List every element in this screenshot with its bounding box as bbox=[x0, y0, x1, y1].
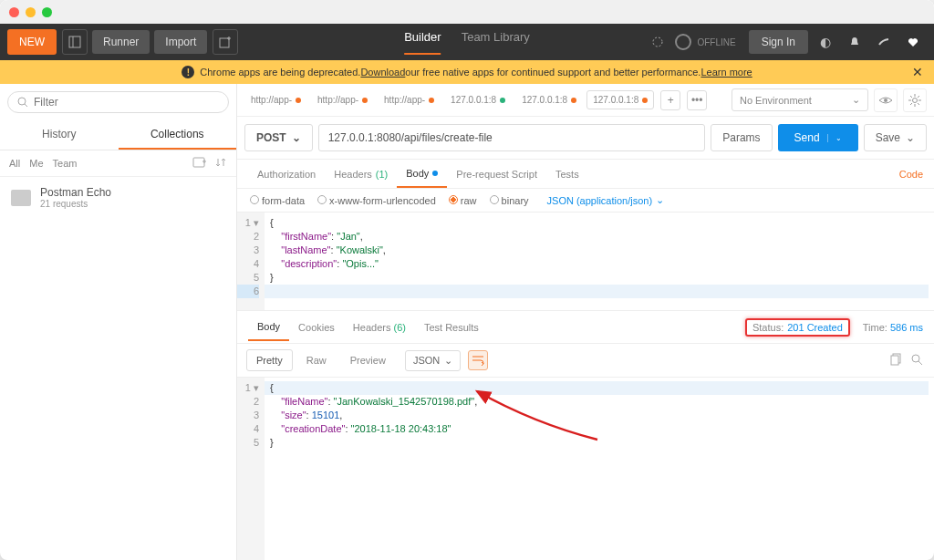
close-window-icon[interactable] bbox=[9, 7, 19, 17]
unsaved-dot-icon bbox=[296, 98, 301, 103]
request-tab-1[interactable]: http://app- bbox=[311, 90, 374, 109]
response-body-code: { "fileName": "JanKowalski_1542570198.pd… bbox=[265, 378, 934, 560]
sidebar: History Collections All Me Team bbox=[0, 84, 237, 560]
new-collection-icon[interactable] bbox=[192, 156, 207, 171]
learn-more-link[interactable]: Learn more bbox=[700, 67, 752, 78]
resp-tab-tests[interactable]: Test Results bbox=[415, 315, 488, 340]
params-button[interactable]: Params bbox=[711, 124, 772, 151]
quick-look-icon[interactable] bbox=[874, 88, 898, 112]
notifications-icon[interactable] bbox=[843, 30, 867, 54]
new-window-icon[interactable] bbox=[213, 29, 238, 55]
save-button[interactable]: Save ⌄ bbox=[864, 124, 927, 151]
sidebar-filter[interactable] bbox=[7, 91, 229, 113]
chevron-down-icon: ⌄ bbox=[906, 131, 915, 144]
request-tab-4[interactable]: 127.0.0.1:8 bbox=[515, 90, 583, 109]
settings-icon[interactable] bbox=[872, 30, 896, 54]
request-subtabs: Authorization Headers (1) Body Pre-reque… bbox=[237, 160, 934, 189]
tab-prerequest[interactable]: Pre-request Script bbox=[447, 161, 546, 187]
mac-titlebar bbox=[0, 0, 934, 24]
resp-tab-cookies[interactable]: Cookies bbox=[289, 315, 344, 340]
gear-icon[interactable] bbox=[903, 88, 927, 112]
method-label: POST bbox=[256, 131, 286, 144]
svg-point-24 bbox=[912, 355, 919, 362]
view-preview[interactable]: Preview bbox=[340, 349, 396, 371]
scope-me[interactable]: Me bbox=[29, 158, 43, 169]
sort-icon[interactable] bbox=[214, 156, 227, 171]
new-button[interactable]: NEW bbox=[7, 29, 57, 55]
request-tab-0[interactable]: http://app- bbox=[244, 90, 307, 109]
content-type-select[interactable]: JSON (application/json) ⌄ bbox=[547, 194, 665, 206]
response-format-select[interactable]: JSON ⌄ bbox=[405, 350, 461, 371]
request-tab-5[interactable]: 127.0.0.1:8 bbox=[586, 90, 654, 109]
scope-team[interactable]: Team bbox=[53, 158, 78, 169]
builder-tab[interactable]: Builder bbox=[404, 30, 441, 55]
download-link[interactable]: Download bbox=[360, 67, 405, 78]
svg-rect-0 bbox=[69, 36, 80, 47]
minimize-window-icon[interactable] bbox=[26, 7, 36, 17]
tab-options-button[interactable]: ••• bbox=[687, 90, 707, 110]
search-response-icon[interactable] bbox=[910, 353, 923, 368]
warning-icon: ! bbox=[182, 66, 194, 78]
resp-tab-body[interactable]: Body bbox=[248, 314, 289, 341]
team-library-tab[interactable]: Team Library bbox=[462, 30, 530, 55]
body-binary[interactable]: binary bbox=[490, 195, 529, 206]
svg-line-25 bbox=[918, 361, 922, 365]
time-label: Time: bbox=[863, 322, 887, 333]
layout-toggle-icon[interactable] bbox=[62, 29, 88, 55]
view-pretty[interactable]: Pretty bbox=[246, 349, 293, 371]
import-button[interactable]: Import bbox=[154, 30, 207, 54]
history-tab[interactable]: History bbox=[0, 120, 119, 150]
response-tabs: Body Cookies Headers (6) Test Results St… bbox=[237, 311, 934, 344]
runner-button[interactable]: Runner bbox=[92, 30, 150, 54]
tab-authorization[interactable]: Authorization bbox=[248, 161, 325, 187]
request-tab-2[interactable]: http://app- bbox=[378, 90, 441, 109]
chevron-down-icon: ⌄ bbox=[292, 131, 301, 144]
body-xwww[interactable]: x-www-form-urlencoded bbox=[317, 195, 436, 206]
svg-point-6 bbox=[18, 98, 26, 105]
copy-icon[interactable] bbox=[890, 353, 903, 368]
request-body-code[interactable]: { "firstName": "Jan", "lastName": "Kowal… bbox=[265, 213, 934, 310]
environment-select[interactable]: No Environment ⌄ bbox=[732, 88, 868, 111]
body-type-row: form-data x-www-form-urlencoded raw bina… bbox=[237, 189, 934, 213]
zoom-window-icon[interactable] bbox=[42, 7, 52, 17]
request-row: POST ⌄ Params Send ⌄ Save ⌄ bbox=[237, 117, 934, 160]
body-raw[interactable]: raw bbox=[449, 195, 477, 206]
view-raw[interactable]: Raw bbox=[296, 349, 337, 371]
tab-tests[interactable]: Tests bbox=[546, 161, 588, 187]
request-tab-3[interactable]: 127.0.0.1:8 bbox=[444, 90, 512, 109]
response-body-editor[interactable]: 1 ▾2345 { "fileName": "JanKowalski_15425… bbox=[237, 378, 934, 560]
top-toolbar: NEW Runner Import Builder Team Library O… bbox=[0, 24, 934, 60]
tab-headers[interactable]: Headers (1) bbox=[325, 161, 397, 187]
method-select[interactable]: POST ⌄ bbox=[244, 124, 313, 151]
status-value: 201 Created bbox=[787, 322, 843, 333]
new-tab-button[interactable]: + bbox=[660, 90, 680, 110]
unsaved-dot-icon bbox=[571, 98, 576, 103]
send-button[interactable]: Send ⌄ bbox=[778, 124, 858, 151]
collection-item[interactable]: Postman Echo 21 requests bbox=[0, 177, 236, 218]
heart-icon[interactable] bbox=[901, 30, 925, 54]
tab-body[interactable]: Body bbox=[397, 161, 447, 188]
environment-label: No Environment bbox=[740, 95, 812, 106]
svg-line-18 bbox=[918, 103, 919, 105]
svg-line-20 bbox=[910, 103, 912, 105]
resp-tab-headers[interactable]: Headers (6) bbox=[344, 315, 415, 340]
svg-rect-2 bbox=[220, 38, 229, 47]
banner-close-icon[interactable]: ✕ bbox=[912, 65, 923, 79]
chevron-down-icon[interactable]: ⌄ bbox=[827, 134, 842, 142]
collection-name: Postman Echo bbox=[40, 186, 111, 199]
globe-icon[interactable]: ◐ bbox=[814, 30, 837, 54]
scope-all[interactable]: All bbox=[9, 158, 20, 169]
svg-rect-8 bbox=[193, 158, 204, 167]
request-body-editor[interactable]: 1 ▾23456 { "firstName": "Jan", "lastName… bbox=[237, 213, 934, 311]
response-view-row: Pretty Raw Preview JSON ⌄ bbox=[237, 344, 934, 378]
filter-input[interactable] bbox=[34, 96, 219, 109]
collections-tab[interactable]: Collections bbox=[119, 120, 237, 150]
wrap-lines-icon[interactable] bbox=[468, 350, 488, 370]
url-input[interactable] bbox=[318, 124, 706, 151]
body-formdata[interactable]: form-data bbox=[250, 195, 305, 206]
collection-subtitle: 21 requests bbox=[40, 199, 111, 209]
svg-point-11 bbox=[884, 99, 887, 102]
sync-icon[interactable] bbox=[646, 30, 669, 54]
code-link[interactable]: Code bbox=[899, 169, 923, 180]
signin-button[interactable]: Sign In bbox=[749, 30, 808, 54]
